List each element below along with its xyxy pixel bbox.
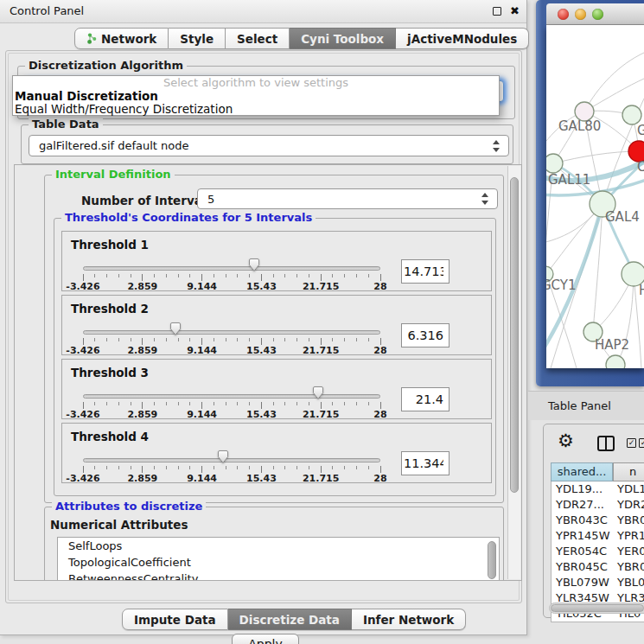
- popup-hint: Select algorithm to view settings: [13, 76, 499, 90]
- slider-tick-labels: -3.426 2.859 9.144 15.43 21.715 28: [83, 345, 380, 355]
- slider-tick-labels: -3.426 2.859 9.144 15.43 21.715 28: [83, 473, 380, 483]
- table-data-group: Table Data galFiltered.sif default node: [21, 124, 513, 164]
- cyni-toolbox-panel: Discretization Algorithm Table Data galF…: [5, 50, 522, 603]
- node-table: shared... n YDL19...YDL1 YDR27...YDR2 YB…: [551, 462, 644, 622]
- table-horizontal-scrollbar-thumb[interactable]: [551, 604, 644, 612]
- table-row[interactable]: YDR27...YDR2: [552, 497, 644, 513]
- node-label: C: [637, 159, 644, 175]
- popup-option-manual-discretization[interactable]: Manual Discretization: [13, 90, 499, 103]
- close-panel-icon[interactable]: ✖: [510, 3, 520, 19]
- threshold-4-value-input[interactable]: [401, 451, 450, 475]
- network-node-g[interactable]: [622, 105, 641, 124]
- table-row[interactable]: YER054CYER0: [552, 544, 644, 559]
- threshold-4-slider[interactable]: -3.426 2.859 9.144 15.43 21.715 28: [83, 424, 380, 484]
- float-window-icon[interactable]: [493, 7, 501, 16]
- control-panel-tabs: Network Style Select Cyni Toolbox jActiv…: [74, 28, 529, 49]
- popup-option-equal-width-frequency[interactable]: Equal Width/Frequency Discretization: [13, 103, 499, 116]
- network-canvas[interactable]: GAL80 G C GAL11 GAL4 GCY1 H HAP2: [546, 25, 644, 368]
- column-header-shared-name[interactable]: shared...: [551, 462, 613, 481]
- table-data-combobox[interactable]: galFiltered.sif default node: [29, 135, 509, 156]
- network-node-gal11[interactable]: [546, 154, 563, 173]
- table-horizontal-scrollbar[interactable]: [549, 603, 644, 614]
- node-label: G: [637, 123, 644, 138]
- tab-infer-network[interactable]: Infer Network: [352, 609, 466, 630]
- settings-scrollbar[interactable]: [507, 166, 520, 579]
- threshold-3-panel: Threshold 3 -3.426 2.859: [61, 359, 492, 419]
- tab-style[interactable]: Style: [169, 28, 226, 49]
- table-row[interactable]: YBL079WYBL0: [552, 575, 644, 590]
- slider-tick-labels: -3.426 2.859 9.144 15.43 21.715 28: [83, 281, 380, 291]
- slider-thumb[interactable]: [217, 450, 229, 464]
- tab-discretize-data[interactable]: Discretize Data: [228, 609, 352, 630]
- tab-jactivemnodules[interactable]: jActiveMNodules: [396, 28, 529, 49]
- network-view-window: GAL80 G C GAL11 GAL4 GCY1 H HAP2: [536, 0, 644, 386]
- list-scrollbar[interactable]: [487, 539, 497, 581]
- combo-arrows-icon: [481, 193, 489, 205]
- attributes-group-title: Attributes to discretize: [52, 500, 206, 513]
- threshold-1-panel: Threshold 1 -3.426 2.859: [61, 231, 492, 291]
- network-graph: GAL80 G C GAL11 GAL4 GCY1 H HAP2: [546, 25, 644, 368]
- network-node-bottom[interactable]: [606, 355, 625, 368]
- threshold-4-panel: Threshold 4 -3.426 2.859: [61, 423, 492, 483]
- list-item[interactable]: BetweennessCentrality: [58, 571, 499, 581]
- node-label: GCY1: [546, 277, 577, 293]
- slider-thumb[interactable]: [169, 322, 182, 336]
- threshold-3-slider[interactable]: -3.426 2.859 9.144 15.43 21.715 28: [83, 360, 380, 420]
- tab-select[interactable]: Select: [226, 28, 290, 49]
- table-panel-window: ⚙ ✓ ✓ shared... n YDL19...YDL1 YDR27...Y…: [543, 424, 644, 618]
- number-of-intervals-combobox[interactable]: 5: [197, 188, 498, 209]
- table-data-value: galFiltered.sif default node: [39, 136, 189, 156]
- checkbox-icon[interactable]: ✓: [627, 438, 636, 448]
- split-columns-icon[interactable]: [597, 436, 615, 451]
- slider-ticks: [83, 338, 380, 345]
- threshold-2-value-input[interactable]: [401, 323, 450, 348]
- slider-tick-labels: -3.426 2.859 9.144 15.43 21.715 28: [83, 409, 380, 419]
- interval-definition-group: Interval Definition Number of Intervals …: [44, 175, 504, 503]
- apply-button[interactable]: Apply: [232, 634, 299, 644]
- tab-cyni-toolbox[interactable]: Cyni Toolbox: [290, 28, 396, 49]
- numerical-attributes-list[interactable]: SelfLoops TopologicalCoefficient Between…: [57, 537, 500, 581]
- threshold-1-value-input[interactable]: [401, 259, 450, 284]
- interval-definition-title: Interval Definition: [52, 168, 175, 181]
- table-panel-title: Table Panel: [548, 392, 611, 420]
- threshold-2-panel: Threshold 2 -3.426 2.859: [61, 295, 492, 355]
- slider-thumb[interactable]: [312, 386, 324, 400]
- screen: Control Panel ✖ Network Style Select Cyn…: [0, 0, 644, 644]
- checkbox-icon[interactable]: ✓: [639, 438, 644, 448]
- table-panel-header: Table Panel: [528, 391, 644, 420]
- tab-impute-data[interactable]: Impute Data: [122, 609, 228, 630]
- zoom-traffic-light[interactable]: [592, 9, 603, 20]
- slider-track[interactable]: [83, 394, 380, 399]
- attributes-group: Attributes to discretize Numerical Attri…: [44, 507, 504, 581]
- threshold-1-slider[interactable]: -3.426 2.859 9.144 15.43 21.715 28: [83, 232, 380, 292]
- list-scrollbar-thumb[interactable]: [488, 541, 496, 579]
- node-label: GAL80: [558, 118, 601, 134]
- slider-track[interactable]: [83, 330, 380, 335]
- tab-network[interactable]: Network: [74, 28, 169, 49]
- table-row[interactable]: YPR145WYPR1: [552, 528, 644, 544]
- minimize-traffic-light[interactable]: [575, 9, 586, 20]
- node-label: H: [639, 283, 644, 298]
- threshold-2-slider[interactable]: -3.426 2.859 9.144 15.43 21.715 28: [83, 296, 380, 356]
- settings-scrollbar-thumb[interactable]: [510, 177, 519, 493]
- list-item[interactable]: TopologicalCoefficient: [58, 554, 499, 571]
- numerical-attributes-label: Numerical Attributes: [50, 518, 188, 532]
- network-window-titlebar[interactable]: [546, 3, 644, 25]
- slider-track[interactable]: [83, 458, 380, 462]
- threshold-3-value-input[interactable]: [401, 387, 450, 411]
- table-row[interactable]: YBR043CYBR0: [552, 513, 644, 528]
- slider-thumb[interactable]: [248, 258, 260, 272]
- node-label: GAL11: [548, 172, 590, 188]
- gear-icon[interactable]: ⚙: [558, 430, 574, 452]
- thresholds-group-title: Threshold's Coordinates for 5 Intervals: [61, 211, 316, 224]
- close-traffic-light[interactable]: [558, 9, 569, 20]
- column-header-name[interactable]: n: [613, 462, 644, 481]
- network-tab-icon: [86, 33, 97, 44]
- table-row[interactable]: YDL19...YDL1: [552, 481, 644, 497]
- algorithm-dropdown-popup: Select algorithm to view settings Manual…: [12, 75, 500, 116]
- thresholds-group: Threshold's Coordinates for 5 Intervals …: [54, 218, 496, 496]
- table-row[interactable]: YBR045CYBR0: [552, 559, 644, 575]
- list-item[interactable]: SelfLoops: [58, 538, 499, 554]
- slider-track[interactable]: [83, 266, 380, 271]
- settings-scroll-area: Interval Definition Number of Intervals …: [14, 164, 522, 581]
